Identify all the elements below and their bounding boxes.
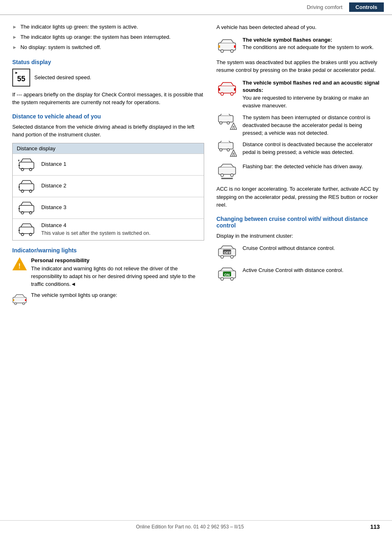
indicator-heading: Indicator/warning lights <box>12 247 204 254</box>
car-red-icon <box>216 79 238 97</box>
distance-intro: Selected distance from the vehicle drivi… <box>12 123 204 139</box>
right-block-1-text: The vehicle symbol flashes orange: The c… <box>243 36 374 52</box>
changing-intro: Display in the instrument cluster: <box>216 232 380 240</box>
svg-point-36 <box>227 122 229 124</box>
bullet-text: No display: system is switched off. <box>20 44 101 51</box>
status-body: If --- appears briefly on the display fo… <box>12 91 204 107</box>
distance-label-4: Distance 4 This value is set after the s… <box>41 222 150 237</box>
svg-rect-33 <box>234 88 236 91</box>
svg-point-35 <box>220 122 222 124</box>
speed-number: 55 <box>17 75 25 83</box>
bullet-text: The indicator lights up green: the syste… <box>20 23 138 31</box>
cruise-off-icon: OFF <box>216 245 238 263</box>
cruise-on-block: ON Active Cruise Control with distance c… <box>216 267 380 285</box>
svg-rect-19 <box>13 297 27 303</box>
distance-icon-2 <box>17 178 36 194</box>
distance-heading: Distance to vehicle ahead of you <box>12 113 204 120</box>
right-block-3: The vehicle symbol flashes red and an ac… <box>216 79 380 110</box>
svg-point-26 <box>231 49 234 52</box>
car-orange-icon <box>216 36 238 54</box>
bullet-text: The indicator lights up orange: the syst… <box>20 33 171 41</box>
svg-rect-32 <box>218 88 220 91</box>
right-block-4: /\ The system has been interrupted or di… <box>216 114 380 137</box>
distance-label-1: Distance 1 <box>41 160 66 168</box>
svg-point-31 <box>231 92 234 95</box>
right-block-2: The system was deactivated but applies t… <box>216 58 380 74</box>
distance-icon-1 <box>17 156 36 173</box>
distance-icon-4 <box>17 221 36 238</box>
right-column: A vehicle has been detected ahead of you… <box>216 23 380 310</box>
bullet-arrow-icon: ► <box>12 24 17 31</box>
car-orange-block: The vehicle symbol lights up orange: <box>12 292 204 306</box>
svg-point-25 <box>221 49 224 52</box>
distance-table: Distance display D <box>12 143 204 241</box>
list-item: ► No display: system is switched off. <box>12 44 204 51</box>
svg-rect-29 <box>218 86 236 93</box>
svg-rect-24 <box>218 43 236 50</box>
right-block-5: /\ Distance control is deactivated becau… <box>216 141 380 159</box>
header: Driving comfort Controls <box>0 0 392 15</box>
distance-label-2: Distance 2 <box>41 182 66 189</box>
cruise-on-text: Active Cruise Control with distance cont… <box>243 267 343 274</box>
svg-point-41 <box>227 149 229 151</box>
nav-controls[interactable]: Controls <box>349 2 384 12</box>
left-column: ► The indicator lights up green: the sys… <box>12 23 204 310</box>
right-block-3-text: The vehicle symbol flashes red and an ac… <box>243 79 380 110</box>
svg-rect-34 <box>218 116 233 122</box>
speed-box: ► 55 <box>12 69 30 87</box>
changing-heading: Changing between cruise control with/ wi… <box>216 216 380 229</box>
right-block-6-text: Flashing bar: the detected vehicle has d… <box>243 163 363 171</box>
svg-point-49 <box>221 256 224 258</box>
footer-text: Online Edition for Part no. 01 40 2 962 … <box>136 524 244 530</box>
svg-rect-5 <box>19 184 34 190</box>
list-item: ► The indicator lights up orange: the sy… <box>12 33 204 41</box>
svg-point-40 <box>220 149 222 151</box>
right-block-1: The vehicle symbol flashes orange: The c… <box>216 36 380 54</box>
distance-icon-3 <box>17 200 36 216</box>
svg-point-21 <box>22 303 24 305</box>
list-item: ► The indicator lights up green: the sys… <box>12 23 204 31</box>
svg-point-54 <box>221 278 224 281</box>
svg-rect-23 <box>25 299 26 301</box>
svg-rect-22 <box>13 299 14 301</box>
cruise-on-icon: ON <box>216 267 238 285</box>
speed-box-icon: ► <box>15 71 18 75</box>
svg-rect-9 <box>19 205 34 212</box>
bullet-arrow-icon: ► <box>12 44 17 51</box>
svg-text:ON: ON <box>224 273 230 277</box>
svg-point-50 <box>231 256 234 258</box>
svg-point-55 <box>231 278 234 281</box>
svg-rect-28 <box>234 45 236 48</box>
main-content: ► The indicator lights up green: the sys… <box>0 15 392 318</box>
table-row: Distance 4 This value is set after the s… <box>13 218 204 240</box>
status-display-heading: Status display <box>12 59 204 65</box>
svg-text:!: ! <box>18 263 20 270</box>
cruise-off-block: OFF Cruise Control without distance cont… <box>216 245 380 263</box>
right-block-5-text: Distance control is deactivated because … <box>243 141 380 156</box>
svg-point-46 <box>231 174 234 177</box>
cruise-off-text: Cruise Control without distance control. <box>243 245 335 252</box>
page-number: 113 <box>370 524 380 530</box>
table-row: Distance 1 <box>13 154 204 175</box>
car-icon-small <box>12 292 27 306</box>
nav-driving-comfort[interactable]: Driving comfort <box>300 2 349 12</box>
svg-point-45 <box>221 174 224 177</box>
header-nav: Driving comfort Controls <box>300 2 384 12</box>
table-row: Distance 2 <box>13 175 204 197</box>
status-display-block: ► 55 Selected desired speed. <box>12 69 204 87</box>
footer: Online Edition for Part no. 01 40 2 962 … <box>0 520 392 530</box>
svg-rect-27 <box>218 45 220 48</box>
distance-table-header: Distance display <box>13 143 204 154</box>
status-label: Selected desired speed. <box>34 74 91 80</box>
warning-triangle-icon: ! <box>12 257 27 272</box>
bullet-list: ► The indicator lights up green: the sys… <box>12 23 204 51</box>
svg-text:OFF: OFF <box>224 251 231 255</box>
right-block-6: Flashing bar: the detected vehicle has d… <box>216 163 380 181</box>
table-row: Distance 3 <box>13 197 204 218</box>
svg-rect-0 <box>19 162 34 169</box>
svg-point-30 <box>221 92 224 95</box>
car-triangle2-icon: /\ <box>216 141 238 159</box>
svg-text:/\: /\ <box>232 152 235 157</box>
svg-rect-39 <box>218 143 233 149</box>
personal-responsibility-text: Personal responsibility The indicator an… <box>31 257 204 288</box>
